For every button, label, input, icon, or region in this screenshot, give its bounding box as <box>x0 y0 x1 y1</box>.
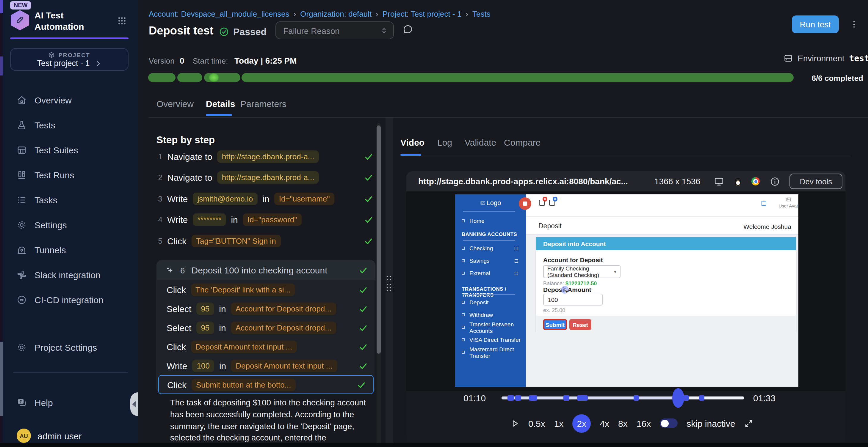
step-target-badge[interactable]: http://stage.dbank.prod-a... <box>217 150 319 163</box>
tab-log[interactable]: Log <box>437 137 452 147</box>
substep-row[interactable]: ClickSubmit button at the botto... <box>158 375 374 394</box>
sidebar-item-slack-integration[interactable]: Slack integration <box>3 262 138 287</box>
timeline-marker[interactable] <box>699 395 704 401</box>
speed-8x[interactable]: 8x <box>618 418 628 428</box>
step-row[interactable]: 1Navigate tohttp://stage.dbank.prod-a... <box>156 150 375 163</box>
timeline-marker[interactable] <box>577 395 588 401</box>
substep-row[interactable]: Select95inAccount for Deposit dropd... <box>157 299 375 318</box>
timeline-marker[interactable] <box>507 395 514 401</box>
substep-row[interactable]: Write100inDeposit Amount text input ... <box>157 356 375 375</box>
step-target-badge[interactable]: http://stage.dbank.prod-a... <box>217 171 319 184</box>
step-target-badge[interactable]: Deposit Amount text input ... <box>231 359 337 372</box>
sidebar-item-settings[interactable]: Settings <box>3 212 138 237</box>
scrollbar-thumb[interactable] <box>377 126 381 354</box>
tab-overview[interactable]: Overview <box>156 99 194 109</box>
speed-2x[interactable]: 2x <box>572 414 591 433</box>
step-target-badge[interactable]: Submit button at the botto... <box>191 378 296 391</box>
app-nav-deposit[interactable]: Deposit <box>455 296 526 309</box>
step-target-badge[interactable]: Deposit Amount text input ... <box>191 340 297 353</box>
app-checkbox-icon[interactable] <box>762 201 766 206</box>
submit-button[interactable]: Submit <box>543 319 567 330</box>
failure-reason-select[interactable]: Failure Reason <box>275 22 394 39</box>
step-row[interactable]: 2Navigate tohttp://stage.dbank.prod-a... <box>156 171 375 184</box>
run-test-button[interactable]: Run test <box>792 15 839 33</box>
video-timeline[interactable] <box>501 397 744 400</box>
reset-button[interactable]: Reset <box>569 319 591 330</box>
tab-parameters[interactable]: Parameters <box>240 99 286 109</box>
speed-1x[interactable]: 1x <box>554 418 564 428</box>
app-nav-mastercard-direct-transfer[interactable]: Mastercard Direct Transfer <box>455 346 526 358</box>
sidebar-collapse-handle[interactable] <box>130 392 138 416</box>
devtools-button[interactable]: Dev tools <box>789 174 842 189</box>
step-target-badge[interactable]: Account for Deposit dropd... <box>231 321 336 334</box>
sidebar-item-help[interactable]: ? Help <box>3 390 138 415</box>
window-icon-2[interactable]: 0 <box>549 200 555 206</box>
step-row[interactable]: 3Writejsmith@demo.ioinId="username" <box>156 192 375 205</box>
substep-row[interactable]: Select95inAccount for Deposit dropd... <box>157 318 375 337</box>
step-row[interactable]: 5ClickTag="BUTTON" Sign in <box>156 234 375 247</box>
speed-0.5x[interactable]: 0.5x <box>528 418 545 428</box>
app-nav-external[interactable]: External <box>455 267 526 279</box>
breadcrumb-link[interactable]: Tests <box>472 9 491 19</box>
sidebar-item-test-runs[interactable]: Test Runs <box>3 162 138 187</box>
app-logo-broken[interactable]: Logo <box>455 199 526 206</box>
timeline-marker[interactable] <box>633 395 639 401</box>
info-icon[interactable] <box>770 176 780 186</box>
sidebar-item-project-settings[interactable]: Project Settings <box>3 335 138 359</box>
sidebar-item-ci-cd-integration[interactable]: CI-CD integration <box>3 287 138 312</box>
step-target-badge[interactable]: Account for Deposit dropd... <box>231 302 336 315</box>
step-target-badge[interactable]: 95 <box>196 321 214 334</box>
panel-resizer[interactable] <box>385 118 393 447</box>
steps-scrollbar[interactable] <box>377 123 381 444</box>
step-target-badge[interactable]: jsmith@demo.io <box>192 192 258 205</box>
app-logo[interactable] <box>11 10 29 30</box>
tab-video[interactable]: Video <box>400 137 425 147</box>
step-target-badge[interactable]: Tag="BUTTON" Sign in <box>191 235 281 247</box>
step-target-badge[interactable]: 95 <box>196 302 214 315</box>
step-row[interactable]: 4Write********inId="password" <box>156 213 375 226</box>
sidebar-item-test-suites[interactable]: Test Suites <box>3 137 138 162</box>
play-icon[interactable] <box>510 419 519 428</box>
step-target-badge[interactable]: Id="username" <box>274 192 335 205</box>
timeline-marker[interactable] <box>529 395 537 401</box>
fullscreen-icon[interactable] <box>744 419 753 428</box>
timeline-marker[interactable] <box>682 395 689 401</box>
speed-4x[interactable]: 4x <box>600 418 609 428</box>
sidebar-item-tasks[interactable]: Tasks <box>3 187 138 212</box>
skip-inactive-toggle[interactable] <box>660 418 678 428</box>
sidebar-item-tests[interactable]: Tests <box>3 112 138 137</box>
step-target-badge[interactable]: 100 <box>192 359 214 372</box>
breadcrumb-link[interactable]: Account: Devspace_all_module_licenses <box>149 9 289 19</box>
step-group-header[interactable]: 6 Deposit 100 into checking account <box>157 260 375 280</box>
speed-16x[interactable]: 16x <box>637 418 651 428</box>
video-stage[interactable]: Logo Home BANKING ACCOUNTS CheckingSavin… <box>406 192 845 391</box>
step-target-badge[interactable]: The 'Deposit' link with a si... <box>191 283 295 296</box>
step-target-badge[interactable]: Id="password" <box>243 213 302 226</box>
app-nav-visa-direct-transfer[interactable]: VISA Direct Transfer <box>455 334 526 346</box>
breadcrumb-link[interactable]: Project: Test project - 1 <box>382 9 461 19</box>
app-nav-savings[interactable]: Savings <box>455 254 526 267</box>
tab-compare[interactable]: Compare <box>504 137 540 147</box>
window-icon-1[interactable]: 0 <box>539 200 545 206</box>
breadcrumb-link[interactable]: Organization: default <box>300 9 372 19</box>
step-target-badge[interactable]: ******** <box>192 213 226 226</box>
app-grid-icon[interactable] <box>117 16 127 26</box>
timeline-marker[interactable] <box>516 395 522 401</box>
app-nav-checking[interactable]: Checking <box>455 242 526 254</box>
app-nav-home[interactable]: Home <box>455 215 526 227</box>
account-select[interactable]: Family Checking (Standard Checking)▾ <box>543 265 621 278</box>
app-avatar-broken[interactable]: User Avat <box>778 197 798 209</box>
sidebar-item-overview[interactable]: Overview <box>3 88 138 112</box>
app-nav-transfer-between-accounts[interactable]: Transfer Between Accounts <box>455 321 526 334</box>
substep-row[interactable]: ClickDeposit Amount text input ... <box>157 337 375 356</box>
timeline-marker[interactable] <box>563 395 569 401</box>
substep-row[interactable]: ClickThe 'Deposit' link with a si... <box>157 280 375 299</box>
sidebar-item-tunnels[interactable]: Tunnels <box>3 237 138 262</box>
kebab-menu-icon[interactable] <box>849 17 859 32</box>
comment-icon[interactable] <box>402 24 413 35</box>
project-switcher[interactable]: PROJECT Test project - 1 <box>10 48 128 71</box>
app-nav-withdraw[interactable]: Withdraw <box>455 309 526 321</box>
tab-validate[interactable]: Validate <box>465 137 496 147</box>
tab-details[interactable]: Details <box>206 99 235 109</box>
deposit-amount-input[interactable]: 100 <box>543 294 603 306</box>
